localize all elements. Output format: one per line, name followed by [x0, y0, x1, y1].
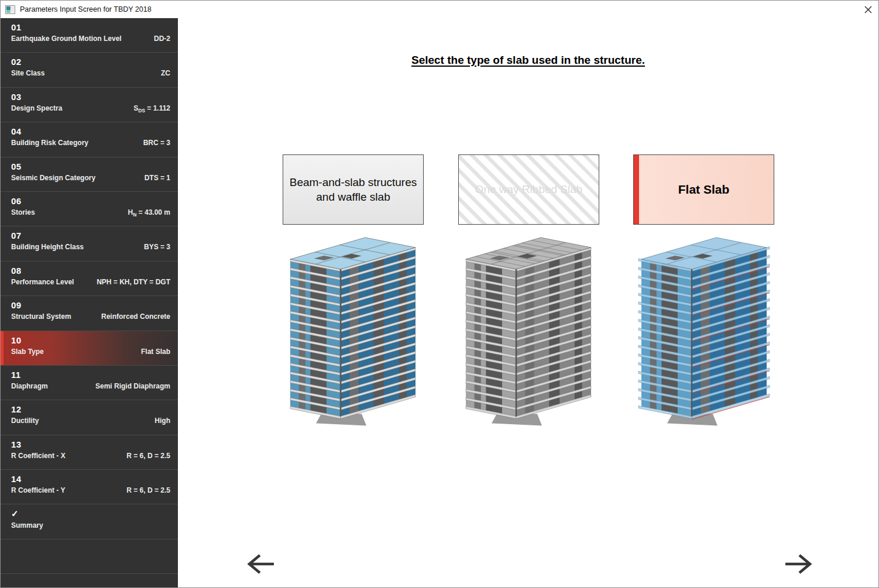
step-number: 08 — [11, 266, 170, 276]
building-model-one-way-ribbed — [458, 233, 599, 432]
step-label: Diaphragm — [11, 382, 48, 390]
step-value: Semi Rigid Diaphragm — [95, 382, 170, 390]
step-number: 09 — [11, 300, 170, 310]
step-value: R = 6, D = 2.5 — [126, 486, 170, 494]
step-value: DTS = 1 — [145, 174, 170, 182]
step-label: Earthquake Ground Motion Level — [11, 35, 122, 43]
step-label: Site Class — [11, 69, 44, 77]
sidebar-item-07[interactable]: 07Building Height ClassBYS = 3 — [1, 226, 178, 261]
step-value: BRC = 3 — [143, 139, 170, 147]
sidebar-item-08[interactable]: 08Performance LevelNPH = KH, DTY = DGT — [1, 262, 178, 296]
sidebar-item-10[interactable]: 10Slab TypeFlat Slab — [1, 331, 178, 366]
step-label: Design Spectra — [11, 104, 62, 112]
step-value: R = 6, D = 2.5 — [126, 452, 170, 460]
step-number: 01 — [11, 22, 170, 32]
option-one-way-ribbed-label: One way Ribbed Slab — [475, 182, 583, 197]
form-window-icon — [5, 5, 15, 14]
step-label: R Coefficient - Y — [11, 486, 65, 494]
sidebar-empty-slot — [1, 539, 178, 574]
sidebar-item-11[interactable]: 11DiaphragmSemi Rigid Diaphragm — [1, 366, 178, 400]
step-label: Summary — [11, 521, 43, 529]
step-number: 13 — [11, 439, 170, 449]
right-arrow-icon — [781, 552, 814, 576]
step-number: 10 — [11, 335, 170, 345]
step-label: R Coefficient - X — [11, 452, 66, 460]
step-value: HN = 43.00 m — [128, 208, 170, 218]
sidebar-item-summary[interactable]: ✓Summary — [1, 504, 178, 539]
sidebar-item-05[interactable]: 05Seismic Design CategoryDTS = 1 — [1, 157, 178, 192]
sidebar-item-02[interactable]: 02Site ClassZC — [1, 53, 178, 87]
sidebar-item-12[interactable]: 12DuctilityHigh — [1, 400, 178, 435]
forward-arrow-button[interactable] — [781, 552, 814, 576]
left-arrow-icon — [245, 552, 278, 576]
option-flat-slab-label: Flat Slab — [678, 181, 730, 198]
app-window: Parameters Input Screen for TBDY 2018 01… — [0, 0, 879, 588]
step-number: 03 — [11, 92, 170, 102]
sidebar-item-01[interactable]: 01Earthquake Ground Motion LevelDD-2 — [1, 18, 178, 53]
close-button[interactable] — [862, 4, 874, 15]
step-value: DD-2 — [154, 35, 170, 43]
page-title: Select the type of slab used in the stru… — [178, 54, 878, 67]
step-value: Reinforced Concrete — [101, 312, 170, 321]
step-label: Building Height Class — [11, 243, 84, 251]
step-value: High — [154, 417, 170, 425]
back-arrow-button[interactable] — [245, 552, 278, 576]
step-value: NPH = KH, DTY = DGT — [97, 278, 170, 286]
titlebar: Parameters Input Screen for TBDY 2018 — [1, 1, 878, 18]
step-label: Slab Type — [11, 348, 44, 356]
sidebar-item-06[interactable]: 06StoriesHN = 43.00 m — [1, 192, 178, 226]
step-label: Ductility — [11, 417, 39, 425]
sidebar-item-03[interactable]: 03Design SpectraSDS = 1.112 — [1, 88, 178, 122]
step-number: 07 — [11, 231, 170, 240]
sidebar-empty-slot — [1, 574, 178, 587]
sidebar-steps: 01Earthquake Ground Motion LevelDD-202Si… — [1, 18, 178, 587]
step-label: Performance Level — [11, 278, 74, 286]
step-number: 06 — [11, 196, 170, 206]
step-number: 02 — [11, 57, 170, 67]
step-label: Seismic Design Category — [11, 174, 95, 182]
building-model-beam-and-slab — [283, 233, 424, 432]
option-beam-and-slab-label: Beam-and-slab structures and waffle slab — [285, 175, 421, 205]
step-number: 04 — [11, 126, 170, 136]
close-icon — [864, 6, 872, 13]
sidebar-item-04[interactable]: 04Building Risk CategoryBRC = 3 — [1, 122, 178, 157]
step-value: SDS = 1.112 — [133, 104, 170, 114]
option-beam-and-slab[interactable]: Beam-and-slab structures and waffle slab — [283, 154, 424, 225]
step-number: 12 — [11, 404, 170, 414]
step-value: Flat Slab — [141, 348, 170, 356]
step-value: ZC — [161, 69, 170, 77]
sidebar-item-13[interactable]: 13R Coefficient - XR = 6, D = 2.5 — [1, 435, 178, 470]
step-label: Structural System — [11, 312, 71, 321]
step-value: BYS = 3 — [144, 243, 170, 251]
option-one-way-ribbed-slab[interactable]: One way Ribbed Slab — [458, 154, 599, 225]
step-number: 11 — [11, 370, 170, 380]
step-number: 14 — [11, 474, 170, 484]
option-flat-slab[interactable]: Flat Slab — [633, 154, 774, 225]
summary-check-icon: ✓ — [11, 508, 170, 519]
window-title: Parameters Input Screen for TBDY 2018 — [20, 5, 152, 13]
sidebar-item-14[interactable]: 14R Coefficient - YR = 6, D = 2.5 — [1, 470, 178, 504]
step-label: Building Risk Category — [11, 139, 88, 147]
step-number: 05 — [11, 161, 170, 171]
building-model-flat-slab — [634, 233, 775, 432]
sidebar-item-09[interactable]: 09Structural SystemReinforced Concrete — [1, 296, 178, 331]
step-label: Stories — [11, 208, 35, 216]
